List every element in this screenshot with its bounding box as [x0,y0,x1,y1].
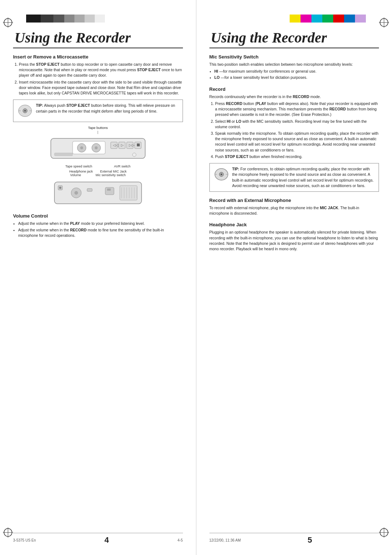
avr-switch-label: AVR switch [114,165,130,168]
cb-green [322,15,333,23]
cb-lavender [355,15,366,23]
svg-rect-21 [137,143,140,146]
record-list: Press RECORD button (PLAY button will de… [215,101,379,159]
mic-bullet-lo: LO —for a lower sensitivity level for di… [215,75,379,80]
recorder-top-svg: ◁◁ ▷ ▷▷ [44,135,152,164]
record-step-3: Speak normally into the microphone. To o… [215,131,379,153]
page-left: Using the Recorder Insert or Remove a Mi… [0,0,196,555]
ext-mic-label: External MIC Jack [100,170,127,173]
tip-box-left: TIP: Always push STOP EJECT button befor… [13,100,183,122]
section-insert-remove-heading: Insert or Remove a Microcassette [13,54,183,60]
color-bar-left [26,15,183,23]
reg-mark-tl [3,17,13,28]
tip-text-right: TIP: For conferences, to obtain optimum … [232,166,375,189]
diagram-labels-bottom2: Volume Mic sensitivity switch [13,173,183,177]
svg-rect-32 [120,186,137,200]
tape-buttons-line: | [13,130,183,134]
diagram-labels-top: Tape speed switch AVR switch [13,165,183,168]
mic-bullet-hi: HI —for maximum sensitivity for conferen… [215,69,379,74]
svg-point-5 [24,110,26,112]
insert-step-2: Insert microcassette into the cassette c… [19,80,183,96]
reg-mark-bl [3,527,13,538]
tape-buttons-label: Tape buttons [13,126,183,130]
headphone-label: Headphone jack [69,170,93,173]
page-number-left: 4 [105,535,109,545]
record-heading: Record [209,86,379,92]
volume-bullet-1: Adjust the volume when in the PLAY mode … [18,221,183,226]
insert-remove-body: Press the STOP EJECT button to stop reco… [13,62,183,96]
record-intro: Records continuously when the recorder i… [209,94,379,100]
color-bar-right [209,15,366,23]
mic-sensitivity-intro: This two-position switch enables selecti… [209,62,379,67]
svg-text:◁◁: ◁◁ [113,143,119,147]
mic-sensitivity-heading: Mic Sensitivity Switch [209,54,379,60]
diagram-labels-bottom: Headphone jack External MIC Jack [13,170,183,173]
tape-speed-label: Tape speed switch [65,165,92,168]
tip-recorder-icon [17,103,33,119]
volume-label: Volume [70,173,81,177]
reg-mark-tr [379,17,389,28]
tip-icon-right [213,166,229,182]
reg-mark-br [379,527,389,538]
cb-blue [344,15,355,23]
svg-point-22 [132,153,136,157]
svg-rect-31 [107,189,111,191]
page-footer-left: 3-5375 US En 4 4-5 [13,533,183,545]
record-step-1: Press RECORD button (PLAY button will de… [215,101,379,118]
cb-gray2 [74,15,85,23]
diagram-area: Tape buttons | ◁◁ ▷ [13,126,183,207]
cb-black2 [41,15,53,23]
record-external-body: To record with external microphone, plug… [209,205,379,216]
svg-point-11 [80,146,83,149]
cb-red [333,15,344,23]
svg-point-26 [59,187,61,189]
cb-black1 [26,15,41,23]
svg-text:▷: ▷ [121,143,124,147]
insert-step-1: Press the STOP EJECT button to stop reco… [19,62,183,78]
mic-sens-diagram-label: Mic sensitivity switch [95,173,126,177]
headphone-jack-heading: Headphone Jack [209,222,379,227]
footer-page-ref: 4-5 [177,538,183,542]
record-external-heading: Record with an External Microphone [209,198,379,203]
svg-point-48 [221,174,222,175]
page-number-right: 5 [307,535,312,545]
recorder-side-svg [47,178,149,207]
page-footer-right: 12/22/00, 11:36 AM 5 [209,533,379,545]
volume-bullet-2: Adjust the volume when in the RECORD mod… [18,227,183,238]
tip-box-right: TIP: For conferences, to obtain optimum … [209,163,379,192]
cb-gray3 [85,15,95,23]
cb-magenta [301,15,311,23]
page-title-left: Using the Recorder [13,29,183,48]
tip-text-left: TIP: Always push STOP EJECT button befor… [36,103,179,114]
cb-gray1 [64,15,74,23]
cb-yellow [290,15,301,23]
footer-product-code: 3-5375 US En [13,538,36,542]
svg-rect-29 [87,189,92,191]
page-container: Using the Recorder Insert or Remove a Mi… [0,0,392,555]
page-right: Using the Recorder Mic Sensitivity Switc… [196,0,392,555]
cb-cyan [311,15,322,23]
record-step-2: Select HI or LO with the MIC sensitivity… [215,119,379,130]
headphone-jack-body: Plugging in an optional headphone the sp… [209,230,379,252]
cb-black3 [53,15,64,23]
volume-control-list: Adjust the volume when in the PLAY mode … [18,221,183,238]
svg-point-28 [74,191,78,195]
svg-point-13 [95,146,98,149]
svg-text:▷▷: ▷▷ [129,143,135,147]
volume-control-heading: Volume Control [13,213,183,219]
footer-timestamp: 12/22/00, 11:36 AM [209,538,241,542]
page-title-right: Using the Recorder [209,29,379,48]
cb-white [95,15,105,23]
svg-rect-23 [54,153,73,156]
mic-sensitivity-list: HI —for maximum sensitivity for conferen… [215,69,379,80]
record-step-4: Push STOP EJECT button when finished rec… [215,154,379,159]
